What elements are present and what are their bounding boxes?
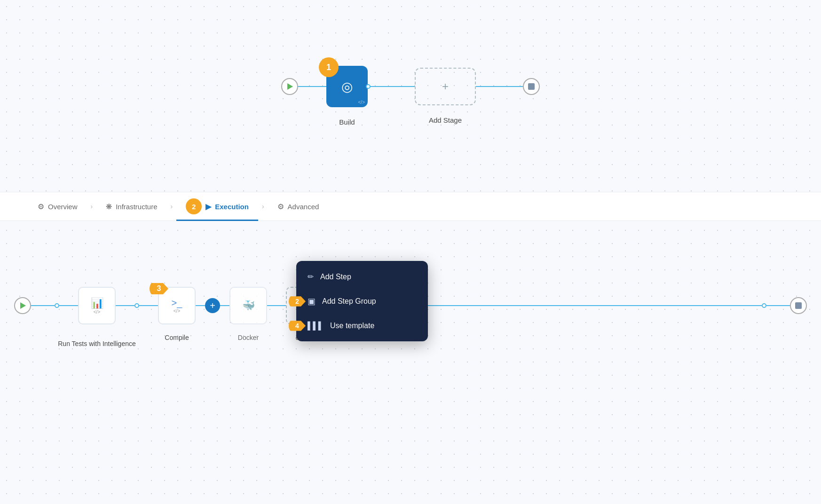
step-dropdown-menu: ✏ Add Step ▣ Add Step Group 2 ▌▌▌ Use te…: [296, 261, 428, 341]
add-stage-node[interactable]: +: [415, 68, 476, 105]
dot-right: [366, 84, 371, 89]
add-stage-label: Add Stage: [429, 116, 462, 124]
dropdown-use-template[interactable]: ▌▌▌ Use template 4: [296, 314, 428, 338]
stage-1-wrapper: 1 ◎ </> Build: [326, 66, 368, 107]
compile-label: Compile: [165, 334, 189, 341]
advanced-icon: ⚙: [277, 202, 284, 211]
bl-9: [766, 305, 790, 306]
execution-badge: 2: [186, 198, 202, 214]
top-pipeline: 1 ◎ </> Build + Add Stage: [0, 66, 821, 107]
bl-1: [31, 305, 55, 306]
bottom-start-node: [14, 297, 31, 314]
docker-node[interactable]: 🐳: [229, 287, 267, 324]
dropdown-add-step-group[interactable]: ▣ Add Step Group 2: [296, 289, 428, 314]
bl-3: [116, 305, 134, 306]
stop-icon: [528, 83, 535, 90]
bottom-stop-icon: [795, 302, 802, 309]
chevron-3: ›: [258, 203, 268, 210]
run-tests-label: Run Tests with Intelligence: [58, 339, 136, 349]
code-tag: </>: [358, 100, 365, 105]
add-step-group-icon: ▣: [308, 296, 316, 307]
tab-execution[interactable]: 2 ▶ Execution: [176, 192, 258, 221]
tab-advanced-label: Advanced: [288, 203, 319, 211]
dropdown-add-step[interactable]: ✏ Add Step: [296, 265, 428, 289]
stage-1-badge: 1: [319, 57, 339, 77]
bl-5: [196, 305, 205, 306]
plus-icon: +: [442, 80, 449, 93]
docker-wrapper: 🐳 Docker: [229, 287, 267, 324]
tab-overview-label: Overview: [48, 203, 78, 211]
tab-infrastructure-label: Infrastructure: [116, 203, 157, 211]
dot-3: [762, 303, 766, 308]
add-stage-wrapper: + Add Stage: [415, 68, 476, 105]
docker-icon: 🐳: [242, 299, 255, 312]
tab-overview[interactable]: ⚙ Overview: [28, 192, 87, 221]
chevron-1: ›: [87, 203, 97, 210]
run-tests-node[interactable]: 📊 </>: [78, 287, 116, 324]
compile-wrapper: 3 >_ </> Compile: [158, 287, 196, 324]
connector-line: [298, 86, 326, 87]
chevron-2: ›: [167, 203, 177, 210]
infrastructure-icon: ❋: [106, 202, 112, 211]
tab-infrastructure[interactable]: ❋ Infrastructure: [96, 192, 166, 221]
run-tests-code: </>: [94, 309, 100, 315]
add-step-pencil-icon: ✏: [308, 272, 314, 281]
bottom-play-icon: [20, 302, 26, 309]
dot-2: [134, 303, 139, 308]
dropdown-add-step-label: Add Step: [320, 273, 351, 281]
compile-icon: >_: [172, 298, 182, 308]
play-icon: [287, 83, 293, 90]
pipeline-start-node: [281, 78, 298, 95]
docker-label: Docker: [238, 334, 259, 341]
bl-7: [267, 305, 286, 306]
tab-navigation: ⚙ Overview › ❋ Infrastructure › 2 ▶ Exec…: [0, 192, 821, 221]
bl-2: [59, 305, 78, 306]
dropdown-add-step-group-label: Add Step Group: [322, 297, 376, 306]
add-step-plus-button[interactable]: +: [205, 298, 220, 313]
dropdown-use-template-label: Use template: [330, 322, 374, 330]
bl-6: [220, 305, 229, 306]
dot-1: [55, 303, 59, 308]
stage-icon: ◎: [341, 79, 353, 94]
pipeline-end-node: [523, 78, 540, 95]
bl-4: [139, 305, 158, 306]
tab-execution-label: Execution: [215, 203, 249, 211]
stage-1-label: Build: [339, 118, 355, 126]
bottom-end-node: [790, 297, 807, 314]
tab-advanced[interactable]: ⚙ Advanced: [268, 192, 329, 221]
execution-icon: ▶: [205, 202, 211, 211]
connector-line-3: [476, 86, 523, 87]
use-template-icon: ▌▌▌: [308, 322, 324, 330]
run-tests-icon: 📊: [91, 297, 103, 309]
top-canvas: 1 ◎ </> Build + Add Stage: [0, 0, 821, 183]
connector-line-2: [368, 86, 415, 87]
overview-icon: ⚙: [38, 202, 44, 211]
compile-code: </>: [174, 308, 180, 314]
run-tests-wrapper: 📊 </> Run Tests with Intelligence: [78, 287, 116, 324]
